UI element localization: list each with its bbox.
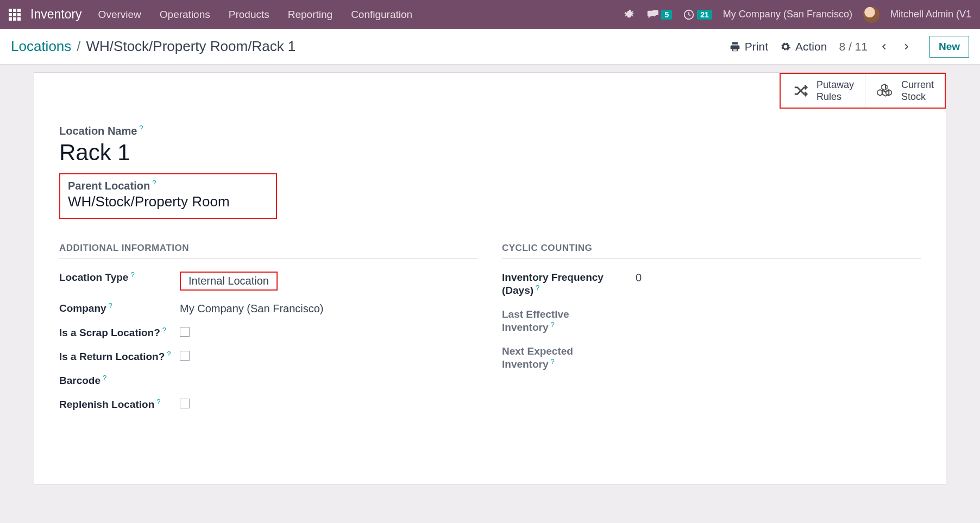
breadcrumb-sep: / xyxy=(77,38,80,55)
chevron-right-icon xyxy=(902,41,910,53)
company-value[interactable]: My Company (San Francisco) xyxy=(180,303,324,315)
stock-l2: Stock xyxy=(901,91,934,103)
activities-count-badge: 21 xyxy=(697,10,712,20)
menu-products[interactable]: Products xyxy=(229,9,269,21)
location-type-value[interactable]: Internal Location xyxy=(180,272,278,291)
menu-configuration[interactable]: Configuration xyxy=(351,9,412,21)
replenish-checkbox[interactable] xyxy=(180,399,190,408)
help-icon[interactable]: ? xyxy=(536,283,539,295)
help-icon[interactable]: ? xyxy=(551,320,555,332)
putaway-rules-button[interactable]: Putaway Rules xyxy=(781,74,865,108)
topbar-right: 5 21 My Company (San Francisco) Mitchell… xyxy=(623,7,971,23)
help-icon[interactable]: ? xyxy=(109,301,112,313)
putaway-l1: Putaway xyxy=(816,79,854,91)
menu-overview[interactable]: Overview xyxy=(98,9,141,21)
inv-freq-value[interactable]: 0 xyxy=(636,272,642,284)
apps-icon[interactable] xyxy=(9,9,21,21)
control-panel-right: Print Action 8 / 11 New xyxy=(730,36,969,58)
return-checkbox[interactable] xyxy=(180,351,190,361)
location-name-label: Location Name ? xyxy=(59,125,921,137)
print-button[interactable]: Print xyxy=(730,40,768,53)
row-replenish: Replenish Location? xyxy=(59,399,478,411)
menu-operations[interactable]: Operations xyxy=(160,9,210,21)
debug-icon[interactable] xyxy=(623,9,635,21)
section-title-additional: Additional Information xyxy=(59,243,478,259)
help-icon[interactable]: ? xyxy=(551,357,555,369)
help-icon[interactable]: ? xyxy=(162,326,166,338)
additional-info-section: Additional Information Location Type? In… xyxy=(59,243,478,423)
form-columns: Additional Information Location Type? In… xyxy=(59,243,921,423)
location-name-value[interactable]: Rack 1 xyxy=(59,140,921,166)
print-icon xyxy=(730,41,740,52)
help-icon[interactable]: ? xyxy=(130,270,134,282)
row-last-inv: Last Effective Inventory? xyxy=(502,308,921,333)
parent-location-label: Parent Location ? xyxy=(68,180,268,192)
pager-prev[interactable] xyxy=(880,41,889,53)
section-title-cyclic: Cyclic Counting xyxy=(502,243,921,259)
form-inner: Location Name ? Rack 1 Parent Location ?… xyxy=(34,73,946,433)
pager-next[interactable] xyxy=(901,41,911,53)
row-scrap: Is a Scrap Location?? xyxy=(59,327,478,339)
help-icon[interactable]: ? xyxy=(139,124,143,132)
help-icon[interactable]: ? xyxy=(156,398,160,409)
parent-location-value[interactable]: WH/Stock/Property Room xyxy=(68,193,268,210)
help-icon[interactable]: ? xyxy=(152,179,156,187)
action-label: Action xyxy=(795,40,827,53)
row-location-type: Location Type? Internal Location xyxy=(59,272,478,291)
scrap-checkbox[interactable] xyxy=(180,327,190,337)
avatar[interactable] xyxy=(863,7,880,23)
breadcrumb-current: WH/Stock/Property Room/Rack 1 xyxy=(86,38,296,55)
user-menu[interactable]: Mitchell Admin (V1 xyxy=(890,9,971,20)
cyclic-counting-section: Cyclic Counting Inventory Frequency (Day… xyxy=(502,243,921,423)
row-company: Company? My Company (San Francisco) xyxy=(59,303,478,315)
putaway-l2: Rules xyxy=(816,91,854,103)
action-button[interactable]: Action xyxy=(780,40,827,53)
breadcrumb: Locations / WH/Stock/Property Room/Rack … xyxy=(11,38,296,55)
messages-count-badge: 5 xyxy=(661,10,672,20)
current-stock-button[interactable]: Current Stock xyxy=(865,74,945,108)
help-icon[interactable]: ? xyxy=(167,350,171,362)
print-label: Print xyxy=(745,40,768,53)
new-button[interactable]: New xyxy=(929,36,969,58)
gear-icon xyxy=(780,41,791,52)
boxes-icon xyxy=(876,83,895,99)
menu-reporting[interactable]: Reporting xyxy=(288,9,332,21)
top-navbar: Inventory Overview Operations Products R… xyxy=(0,0,980,29)
row-inv-freq: Inventory Frequency (Days)? 0 xyxy=(502,272,921,297)
stock-l1: Current xyxy=(901,79,934,91)
form-sheet: Putaway Rules Current Stock Location Nam… xyxy=(34,72,946,485)
main-menu: Overview Operations Products Reporting C… xyxy=(98,9,413,21)
company-switcher[interactable]: My Company (San Francisco) xyxy=(723,9,852,20)
pager[interactable]: 8 / 11 xyxy=(839,40,868,53)
control-panel: Locations / WH/Stock/Property Room/Rack … xyxy=(0,29,980,65)
row-next-inv: Next Expected Inventory? xyxy=(502,345,921,370)
shuffle-icon xyxy=(791,83,810,99)
parent-location-highlight: Parent Location ? WH/Stock/Property Room xyxy=(59,173,277,219)
row-barcode: Barcode? xyxy=(59,375,478,387)
stat-button-box: Putaway Rules Current Stock xyxy=(780,73,946,109)
messages-button[interactable]: 5 xyxy=(646,9,672,21)
page-wrap: Putaway Rules Current Stock Location Nam… xyxy=(0,65,980,485)
activities-button[interactable]: 21 xyxy=(683,9,712,21)
chevron-left-icon xyxy=(881,41,888,53)
help-icon[interactable]: ? xyxy=(103,374,106,386)
row-return: Is a Return Location?? xyxy=(59,351,478,363)
breadcrumb-root[interactable]: Locations xyxy=(11,38,71,55)
app-title[interactable]: Inventory xyxy=(30,7,82,22)
